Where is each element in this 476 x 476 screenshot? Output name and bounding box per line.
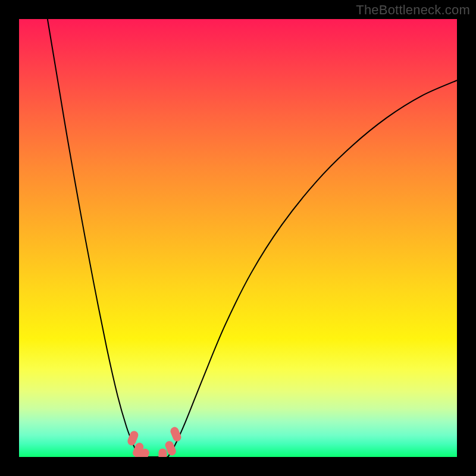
curve-path [48, 19, 457, 457]
watermark-text: TheBottleneck.com [356, 2, 470, 18]
chart-frame: TheBottleneck.com [0, 0, 476, 476]
bottleneck-curve [19, 19, 457, 457]
curve-marker [158, 449, 167, 457]
plot-area [19, 19, 457, 457]
